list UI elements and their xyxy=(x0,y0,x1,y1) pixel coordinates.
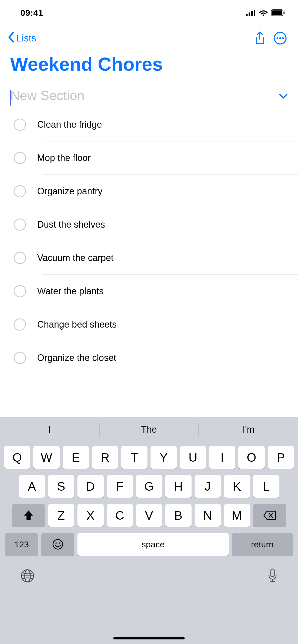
key-t[interactable]: T xyxy=(121,446,147,469)
shift-key[interactable] xyxy=(12,504,45,527)
reminder-item[interactable]: Mop the floor xyxy=(14,141,298,174)
key-k[interactable]: K xyxy=(224,475,250,498)
chevron-left-icon xyxy=(8,31,15,46)
more-button[interactable] xyxy=(270,28,290,48)
reminder-item[interactable]: Dust the shelves xyxy=(14,208,298,241)
reminder-item[interactable]: Organize the closet xyxy=(14,341,298,374)
emoji-icon xyxy=(52,539,63,550)
backspace-key[interactable] xyxy=(253,504,286,527)
status-time: 09:41 xyxy=(20,8,43,18)
section-name-input[interactable]: New Section xyxy=(10,88,85,103)
text-cursor xyxy=(10,90,11,106)
wifi-icon xyxy=(259,9,268,16)
ellipsis-circle-icon xyxy=(274,32,287,45)
reminder-text[interactable]: Mop the floor xyxy=(37,153,298,163)
suggestion-3[interactable]: I'm xyxy=(199,424,298,435)
reminder-checkbox[interactable] xyxy=(14,218,26,231)
svg-point-9 xyxy=(277,37,278,39)
dictation-key[interactable] xyxy=(267,568,278,584)
svg-point-13 xyxy=(56,543,57,544)
reminder-text[interactable]: Water the plants xyxy=(37,286,298,297)
keyboard: I The I'm QWERTYUIOP ASDFGHJKL ZXCVBNM 1… xyxy=(0,417,298,644)
key-h[interactable]: H xyxy=(165,475,192,498)
section-header: New Section xyxy=(0,83,298,108)
key-o[interactable]: O xyxy=(238,446,265,469)
reminder-item[interactable]: Vacuum the carpet xyxy=(14,241,298,274)
reminder-checkbox[interactable] xyxy=(14,185,26,197)
reminder-checkbox[interactable] xyxy=(14,152,26,164)
key-m[interactable]: M xyxy=(224,504,250,527)
status-icons xyxy=(246,9,285,16)
reminder-checkbox[interactable] xyxy=(14,318,26,331)
return-key[interactable]: return xyxy=(232,533,293,556)
svg-rect-1 xyxy=(249,12,250,16)
key-u[interactable]: U xyxy=(180,446,206,469)
svg-rect-0 xyxy=(246,14,248,16)
svg-point-4 xyxy=(263,14,264,16)
reminder-text[interactable]: Organize the closet xyxy=(37,353,298,363)
suggestion-2[interactable]: The xyxy=(100,424,199,435)
key-d[interactable]: D xyxy=(77,475,104,498)
chevron-down-icon xyxy=(279,93,288,99)
key-v[interactable]: V xyxy=(136,504,162,527)
home-indicator[interactable] xyxy=(113,637,185,639)
reminder-checkbox[interactable] xyxy=(14,352,26,364)
reminder-list: Clean the fridgeMop the floorOrganize pa… xyxy=(0,108,298,374)
key-y[interactable]: Y xyxy=(151,446,177,469)
mic-icon xyxy=(267,568,278,583)
svg-rect-6 xyxy=(272,10,282,15)
svg-point-12 xyxy=(53,539,63,549)
key-w[interactable]: W xyxy=(33,446,60,469)
shift-icon xyxy=(23,510,34,521)
globe-key[interactable] xyxy=(20,569,35,584)
svg-rect-7 xyxy=(283,11,285,14)
key-g[interactable]: G xyxy=(136,475,162,498)
key-r[interactable]: R xyxy=(92,446,118,469)
status-bar: 09:41 xyxy=(0,0,298,25)
emoji-key[interactable] xyxy=(41,533,74,556)
key-x[interactable]: X xyxy=(77,504,104,527)
reminder-item[interactable]: Clean the fridge xyxy=(14,108,298,141)
reminder-text[interactable]: Vacuum the carpet xyxy=(37,253,298,263)
reminder-text[interactable]: Clean the fridge xyxy=(37,119,298,130)
suggestion-bar: I The I'm xyxy=(0,417,298,442)
reminder-checkbox[interactable] xyxy=(14,285,26,297)
key-s[interactable]: S xyxy=(48,475,74,498)
key-a[interactable]: A xyxy=(19,475,45,498)
key-n[interactable]: N xyxy=(195,504,221,527)
key-p[interactable]: P xyxy=(268,446,294,469)
reminder-checkbox[interactable] xyxy=(14,252,26,264)
svg-rect-3 xyxy=(254,10,255,16)
share-button[interactable] xyxy=(250,28,270,48)
reminder-text[interactable]: Change bed sheets xyxy=(37,319,298,330)
share-icon xyxy=(254,31,265,45)
key-z[interactable]: Z xyxy=(48,504,74,527)
globe-icon xyxy=(20,569,35,583)
key-q[interactable]: Q xyxy=(4,446,30,469)
reminder-text[interactable]: Dust the shelves xyxy=(37,219,298,230)
suggestion-1[interactable]: I xyxy=(0,424,99,435)
key-e[interactable]: E xyxy=(63,446,89,469)
key-b[interactable]: B xyxy=(165,504,192,527)
space-key[interactable]: space xyxy=(77,533,229,556)
svg-point-10 xyxy=(279,37,281,39)
key-i[interactable]: I xyxy=(209,446,235,469)
back-label: Lists xyxy=(16,33,36,44)
reminder-text[interactable]: Organize pantry xyxy=(37,186,298,197)
battery-icon xyxy=(271,9,285,16)
nav-bar: Lists xyxy=(0,25,298,51)
reminder-item[interactable]: Change bed sheets xyxy=(14,308,298,341)
numbers-key[interactable]: 123 xyxy=(5,533,38,556)
key-c[interactable]: C xyxy=(107,504,133,527)
back-button[interactable]: Lists xyxy=(8,31,36,46)
backspace-icon xyxy=(263,511,276,520)
section-placeholder: New Section xyxy=(10,88,85,103)
key-j[interactable]: J xyxy=(195,475,221,498)
key-f[interactable]: F xyxy=(107,475,133,498)
reminder-item[interactable]: Water the plants xyxy=(14,275,298,308)
key-l[interactable]: L xyxy=(253,475,279,498)
section-collapse-button[interactable] xyxy=(279,90,288,101)
reminder-item[interactable]: Organize pantry xyxy=(14,175,298,208)
reminder-checkbox[interactable] xyxy=(14,119,26,131)
page-title: Weekend Chores xyxy=(0,51,298,83)
